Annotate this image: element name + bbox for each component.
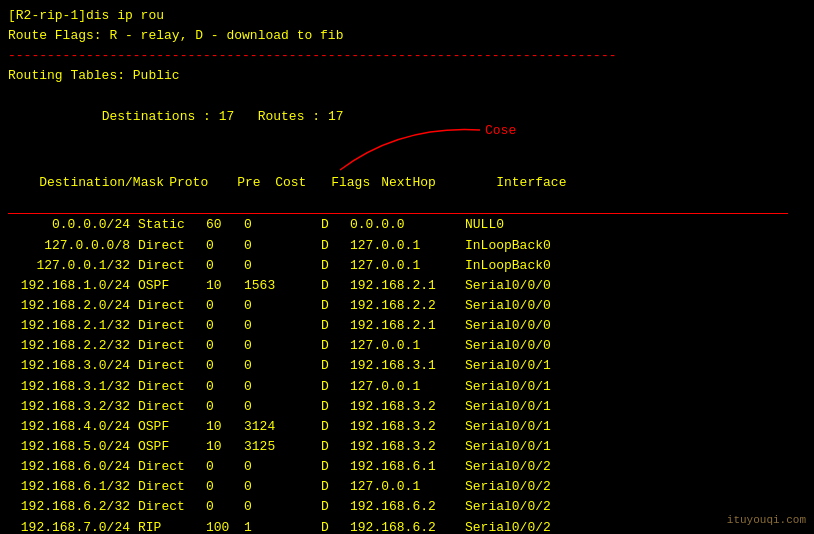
- table-row: 192.168.4.0/24OSPF103124D192.168.3.2Seri…: [8, 417, 806, 437]
- table-row: 192.168.3.1/32Direct00D127.0.0.1Serial0/…: [8, 377, 806, 397]
- routing-tables-line: Routing Tables: Public: [8, 66, 806, 86]
- table-row: 192.168.1.0/24OSPF101563D192.168.2.1Seri…: [8, 276, 806, 296]
- table-row: 192.168.6.0/24Direct00D192.168.6.1Serial…: [8, 457, 806, 477]
- table-row: 192.168.6.1/32Direct00D127.0.0.1Serial0/…: [8, 477, 806, 497]
- table-row: 192.168.2.0/24Direct00D192.168.2.2Serial…: [8, 296, 806, 316]
- table-row: 192.168.5.0/24OSPF103125D192.168.3.2Seri…: [8, 437, 806, 457]
- dashes-line: ----------------------------------------…: [8, 46, 806, 66]
- table-row: 127.0.0.0/8Direct00D127.0.0.1InLoopBack0: [8, 236, 806, 256]
- command-line: [R2-rip-1]dis ip rou: [8, 6, 806, 26]
- table-row: 0.0.0.0/24Static600D0.0.0.0NULL0: [8, 215, 806, 235]
- red-dot-line: [8, 147, 806, 151]
- dest-routes-line: Destinations : 17 Routes : 17: [8, 87, 806, 147]
- table-row: 127.0.0.1/32Direct00D127.0.0.1InLoopBack…: [8, 256, 806, 276]
- table-row: 192.168.7.0/24RIP1001D192.168.6.2Serial0…: [8, 518, 806, 534]
- terminal: [R2-rip-1]dis ip rou Route Flags: R - re…: [0, 0, 814, 534]
- column-headers: Destination/MaskProtoPreCostFlagsNextHop…: [8, 153, 806, 213]
- table-row: 192.168.2.1/32Direct00D192.168.2.1Serial…: [8, 316, 806, 336]
- table-row: 192.168.6.2/32Direct00D192.168.6.2Serial…: [8, 497, 806, 517]
- table-row: 192.168.2.2/32Direct00D127.0.0.1Serial0/…: [8, 336, 806, 356]
- watermark: ituyouqi.com: [727, 514, 806, 526]
- route-flags-line: Route Flags: R - relay, D - download to …: [8, 26, 806, 46]
- header-underline: [8, 213, 788, 214]
- table-row: 192.168.3.0/24Direct00D192.168.3.1Serial…: [8, 356, 806, 376]
- routing-table-rows: 0.0.0.0/24Static600D0.0.0.0NULL0127.0.0.…: [8, 215, 806, 534]
- table-row: 192.168.3.2/32Direct00D192.168.3.2Serial…: [8, 397, 806, 417]
